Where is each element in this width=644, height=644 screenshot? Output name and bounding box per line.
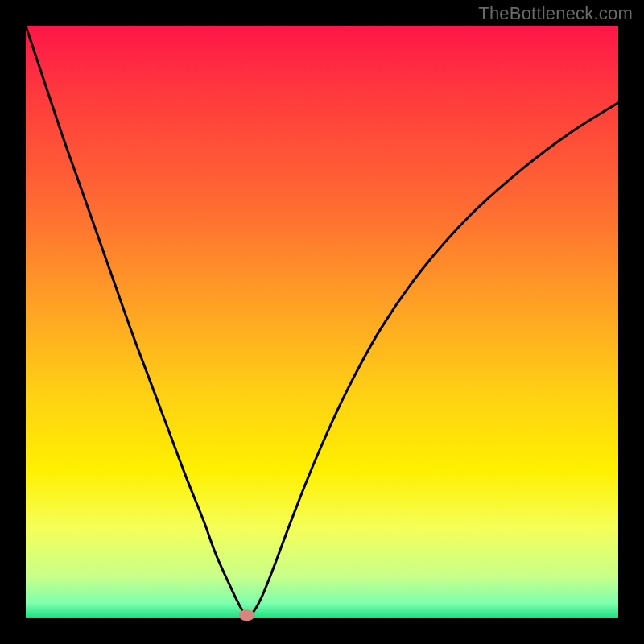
bottleneck-chart: [0, 0, 644, 644]
plot-background: [26, 26, 618, 618]
watermark-text: TheBottleneck.com: [478, 3, 633, 24]
chart-frame: TheBottleneck.com: [0, 0, 644, 644]
minimum-marker: [239, 609, 255, 621]
